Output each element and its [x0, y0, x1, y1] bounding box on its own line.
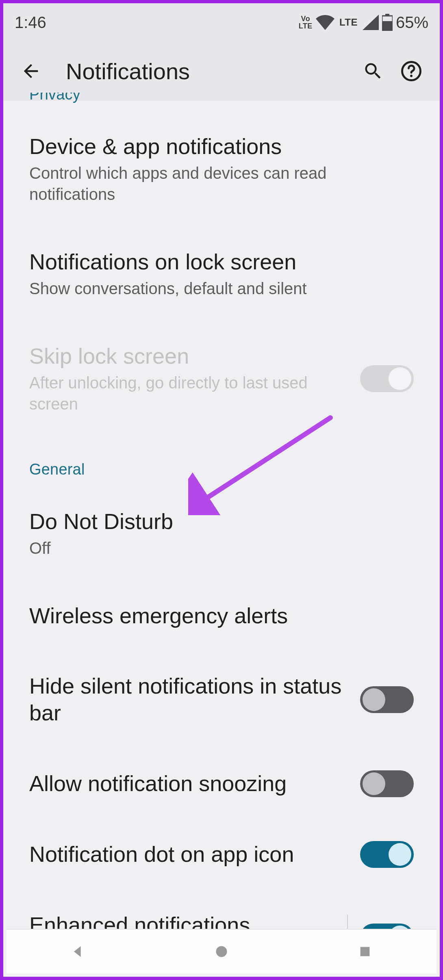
status-right: VoLTE LTE 65% — [299, 13, 428, 32]
item-allow-snoozing[interactable]: Allow notification snoozing — [3, 748, 440, 819]
item-subtitle: Control which apps and devices can read … — [29, 163, 414, 205]
item-title: Do Not Disturb — [29, 508, 414, 535]
section-privacy: Privacy — [3, 93, 440, 111]
toggle-notification-dot[interactable] — [360, 841, 414, 868]
search-icon — [363, 61, 384, 82]
item-title: Hide silent notifications in status bar — [29, 673, 348, 726]
item-title: Notifications on lock screen — [29, 249, 414, 275]
volte-indicator: VoLTE — [299, 15, 313, 30]
item-emergency-alerts[interactable]: Wireless emergency alerts — [3, 581, 440, 651]
item-hide-silent[interactable]: Hide silent notifications in status bar — [3, 651, 440, 748]
system-nav-bar — [7, 929, 436, 973]
svg-point-6 — [216, 946, 227, 957]
item-device-app-notifications[interactable]: Device & app notifications Control which… — [3, 111, 440, 227]
nav-recent-button[interactable] — [341, 937, 389, 966]
nav-home-button[interactable] — [197, 937, 246, 966]
svg-rect-2 — [382, 21, 393, 31]
item-title: Notification dot on app icon — [29, 841, 348, 868]
toggle-snoozing[interactable] — [360, 770, 414, 797]
section-general: General — [3, 436, 440, 486]
item-subtitle: Off — [29, 538, 414, 559]
signal-icon — [363, 15, 379, 30]
page-title: Notifications — [51, 58, 352, 85]
nav-recent-icon — [358, 945, 372, 958]
nav-home-icon — [214, 944, 229, 959]
toggle-hide-silent[interactable] — [360, 686, 414, 713]
status-time: 1:46 — [15, 13, 46, 32]
nav-back-icon — [70, 943, 86, 960]
back-button[interactable] — [15, 55, 47, 87]
help-button[interactable] — [394, 54, 428, 88]
wifi-icon — [316, 15, 334, 30]
settings-list: Privacy Device & app notifications Contr… — [3, 93, 440, 980]
item-title: Allow notification snoozing — [29, 770, 348, 797]
toggle-skip-lock — [360, 365, 414, 392]
item-title: Wireless emergency alerts — [29, 603, 414, 629]
battery-percent: 65% — [396, 13, 428, 32]
item-skip-lock-screen: Skip lock screen After unlocking, go dir… — [3, 321, 440, 436]
battery-icon — [382, 14, 393, 31]
item-title: Device & app notifications — [29, 133, 414, 160]
network-label: LTE — [339, 17, 358, 28]
app-bar: Notifications — [3, 41, 440, 101]
svg-point-4 — [410, 75, 413, 77]
item-subtitle: Show conversations, default and silent — [29, 278, 414, 299]
item-do-not-disturb[interactable]: Do Not Disturb Off — [3, 486, 440, 581]
arrow-back-icon — [20, 61, 41, 82]
item-title: Skip lock screen — [29, 343, 348, 370]
svg-rect-7 — [360, 947, 369, 956]
help-icon — [400, 60, 422, 82]
item-subtitle: After unlocking, go directly to last use… — [29, 372, 348, 414]
nav-back-button[interactable] — [54, 937, 102, 966]
item-lockscreen-notifications[interactable]: Notifications on lock screen Show conver… — [3, 227, 440, 321]
status-bar: 1:46 VoLTE LTE 65% — [3, 3, 440, 41]
search-button[interactable] — [356, 54, 390, 88]
item-notification-dot[interactable]: Notification dot on app icon — [3, 819, 440, 890]
